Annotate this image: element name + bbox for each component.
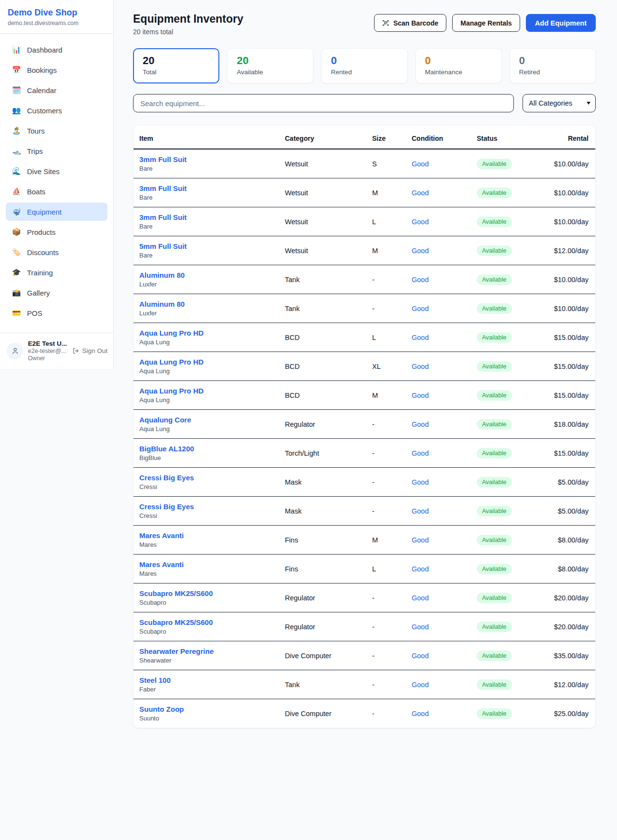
- item-name-link[interactable]: Cressi Big Eyes: [139, 474, 277, 482]
- sidebar-item-tours[interactable]: 🏝️ Tours: [6, 122, 107, 140]
- sidebar-item-dive-sites[interactable]: 🌊 Dive Sites: [6, 162, 107, 180]
- item-size: -: [368, 670, 408, 699]
- sidebar-item-training[interactable]: 🎓 Training: [6, 263, 107, 282]
- item-name-link[interactable]: Mares Avanti: [139, 531, 277, 540]
- item-category: Wetsuit: [281, 149, 368, 178]
- item-brand: Aqua Lung: [139, 367, 277, 375]
- item-name-link[interactable]: Aluminum 80: [139, 300, 277, 308]
- sign-out-button[interactable]: Sign Out: [72, 347, 107, 354]
- shop-name[interactable]: Demo Dive Shop: [8, 8, 106, 18]
- sidebar-item-pos[interactable]: 💳 POS: [6, 304, 107, 322]
- sidebar-item-boats[interactable]: ⛵ Boats: [6, 182, 107, 201]
- table-row: Steel 100 Faber Tank - Good Available $1…: [134, 670, 596, 699]
- sidebar-item-trips[interactable]: 🛥️ Trips: [6, 142, 107, 160]
- bar-chart-icon: 📊: [12, 45, 21, 54]
- sidebar-item-products[interactable]: 📦 Products: [6, 223, 107, 241]
- status-badge: Available: [477, 332, 512, 343]
- item-name-link[interactable]: Aqua Lung Pro HD: [139, 358, 277, 366]
- item-brand: Bare: [139, 194, 277, 201]
- item-name-link[interactable]: 3mm Full Suit: [139, 184, 277, 192]
- item-name-link[interactable]: Scubapro MK25/S600: [139, 589, 277, 597]
- sidebar-item-calendar[interactable]: 🗓️ Calendar: [6, 81, 107, 99]
- item-name-link[interactable]: Aqua Lung Pro HD: [139, 329, 277, 337]
- item-name-link[interactable]: Steel 100: [139, 676, 277, 684]
- item-category: Wetsuit: [281, 236, 368, 265]
- table-header-row: Item Category Size Condition Status Rent…: [134, 125, 596, 149]
- add-equipment-button[interactable]: Add Equipment: [526, 14, 596, 32]
- sidebar-item-bookings[interactable]: 📅 Bookings: [6, 61, 107, 79]
- sidebar-item-customers[interactable]: 👥 Customers: [6, 101, 107, 120]
- item-brand: Aqua Lung: [139, 396, 277, 404]
- item-category: Tank: [281, 670, 368, 699]
- diving-mask-icon: 🤿: [12, 207, 21, 216]
- island-icon: 🏝️: [12, 126, 21, 135]
- stat-card-rented[interactable]: 0 Rented: [321, 48, 407, 83]
- status-badge: Available: [477, 361, 512, 372]
- wave-icon: 🌊: [12, 167, 21, 176]
- item-category: Mask: [281, 497, 368, 526]
- item-size: M: [368, 236, 408, 265]
- table-row: Aqua Lung Pro HD Aqua Lung BCD XL Good A…: [134, 352, 596, 381]
- item-condition: Good: [408, 583, 473, 612]
- item-name-link[interactable]: Scubapro MK25/S600: [139, 618, 277, 626]
- item-rental-rate: $5.00/day: [540, 497, 596, 526]
- item-condition: Good: [408, 410, 473, 439]
- shop-domain: demo.test.divestreams.com: [8, 20, 106, 27]
- item-name-link[interactable]: Aluminum 80: [139, 271, 277, 279]
- item-condition: Good: [408, 699, 473, 728]
- motorboat-icon: 🛥️: [12, 147, 21, 155]
- status-badge: Available: [477, 506, 512, 516]
- item-name-link[interactable]: 5mm Full Suit: [139, 242, 277, 250]
- item-name-link[interactable]: BigBlue AL1200: [139, 445, 277, 453]
- item-category: Tank: [281, 294, 368, 323]
- sidebar-item-gallery[interactable]: 📸 Gallery: [6, 284, 107, 302]
- item-name-link[interactable]: Mares Avanti: [139, 560, 277, 569]
- column-header-rental: Rental: [540, 125, 596, 149]
- item-name-link[interactable]: Cressi Big Eyes: [139, 502, 277, 511]
- table-row: Shearwater Peregrine Shearwater Dive Com…: [134, 641, 596, 670]
- search-input[interactable]: [133, 94, 514, 112]
- stat-card-total[interactable]: 20 Total: [133, 48, 219, 83]
- stat-card-maintenance[interactable]: 0 Maintenance: [416, 48, 502, 83]
- item-rental-rate: $10.00/day: [540, 178, 596, 207]
- item-condition: Good: [408, 670, 473, 699]
- sidebar-item-dashboard[interactable]: 📊 Dashboard: [6, 41, 107, 59]
- item-condition: Good: [408, 555, 473, 583]
- column-header-condition: Condition: [408, 125, 473, 149]
- item-rental-rate: $10.00/day: [540, 149, 596, 178]
- item-name-link[interactable]: 3mm Full Suit: [139, 213, 277, 221]
- item-brand: Scubapro: [139, 599, 277, 606]
- item-size: L: [368, 207, 408, 236]
- sidebar-header: Demo Dive Shop demo.test.divestreams.com: [0, 0, 113, 34]
- stat-label: Retired: [519, 68, 586, 76]
- item-name-link[interactable]: Aqua Lung Pro HD: [139, 387, 277, 395]
- table-row: Aluminum 80 Luxfer Tank - Good Available…: [134, 294, 596, 323]
- sidebar-item-discounts[interactable]: 🏷️ Discounts: [6, 243, 107, 261]
- item-name-link[interactable]: Aqualung Core: [139, 416, 277, 424]
- item-rental-rate: $35.00/day: [540, 641, 596, 670]
- status-badge: Available: [477, 650, 512, 661]
- stat-card-retired[interactable]: 0 Retired: [510, 48, 596, 83]
- item-size: -: [368, 410, 408, 439]
- item-rental-rate: $20.00/day: [540, 583, 596, 612]
- item-brand: Luxfer: [139, 310, 277, 317]
- item-name-link[interactable]: 3mm Full Suit: [139, 155, 277, 163]
- category-select-wrap: All Categories: [523, 94, 596, 112]
- item-size: S: [368, 149, 408, 178]
- scan-barcode-button[interactable]: Scan Barcode: [374, 14, 446, 32]
- status-badge: Available: [477, 593, 512, 603]
- item-category: BCD: [281, 352, 368, 381]
- manage-rentals-button[interactable]: Manage Rentals: [452, 14, 520, 32]
- item-name-link[interactable]: Shearwater Peregrine: [139, 647, 277, 655]
- item-name-link[interactable]: Suunto Zoop: [139, 705, 277, 713]
- stat-card-available[interactable]: 20 Available: [227, 48, 313, 83]
- sidebar-item-equipment[interactable]: 🤿 Equipment: [6, 203, 107, 221]
- page-title: Equipment Inventory: [133, 13, 243, 26]
- category-select[interactable]: All Categories: [523, 94, 596, 112]
- item-condition: Good: [408, 381, 473, 410]
- status-badge: Available: [477, 477, 512, 488]
- user-section: E2E Test U... e2e-tester@... Owner Sign …: [0, 333, 113, 367]
- sidebar-item-label: Equipment: [27, 208, 62, 216]
- item-size: XL: [368, 352, 408, 381]
- table-row: Mares Avanti Mares Fins M Good Available…: [134, 526, 596, 555]
